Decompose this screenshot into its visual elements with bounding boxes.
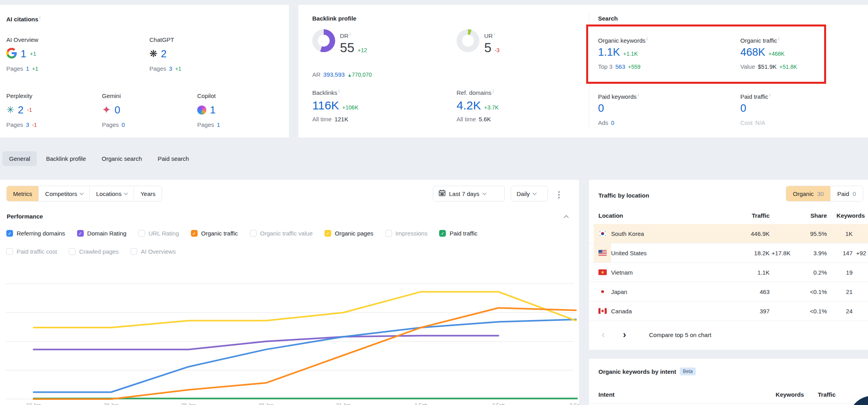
copilot-count[interactable]: 1 bbox=[210, 104, 215, 116]
perplexity-count[interactable]: 2 bbox=[18, 104, 23, 116]
pages-count-link[interactable]: 1 bbox=[217, 121, 220, 128]
collapse-chevron-up-icon[interactable] bbox=[564, 215, 569, 220]
ur-block: URi 5 -3 bbox=[484, 32, 500, 55]
paid-keywords-value-link[interactable]: 0 bbox=[598, 102, 604, 115]
ref-domains-block: Ref. domainsi 4.2K +3.7K All time 5.6K bbox=[457, 89, 499, 122]
backlinks-value-link[interactable]: 116K bbox=[312, 99, 339, 112]
backlinks-block: Backlinksi 116K +106K All time 121K bbox=[312, 89, 359, 122]
next-page-icon[interactable]: › bbox=[623, 330, 626, 339]
keywords-count-link[interactable]: 21 bbox=[846, 288, 853, 295]
location-row-canada[interactable]: Canada 397 <0.1% 24 bbox=[589, 301, 868, 321]
checkbox-organic-traffic[interactable]: ✓Organic traffic bbox=[191, 230, 238, 237]
info-icon[interactable]: i bbox=[350, 32, 351, 36]
location-row-japan[interactable]: Japan 463 <0.1% 21 bbox=[589, 282, 868, 301]
pages-count-link[interactable]: 0 bbox=[122, 121, 125, 128]
checkbox-domain-rating[interactable]: ✓Domain Rating bbox=[77, 230, 126, 237]
checkbox-paid-traffic-cost[interactable]: Paid traffic cost bbox=[6, 248, 57, 255]
prev-page-icon[interactable]: ‹ bbox=[602, 330, 605, 339]
locations-dropdown[interactable]: Locations bbox=[89, 186, 134, 201]
backlink-profile-title: Backlink profile bbox=[312, 15, 357, 22]
checkbox-referring-domains[interactable]: ✓Referring domains bbox=[6, 230, 65, 237]
location-row-united-states[interactable]: United States 18.2K +17.8K 3.9% 147 +92 bbox=[589, 243, 868, 263]
granularity-dropdown[interactable]: Daily bbox=[511, 186, 548, 202]
pages-count-link[interactable]: 3 bbox=[26, 121, 29, 128]
tab-backlink-profile[interactable]: Backlink profile bbox=[39, 151, 92, 166]
checkbox-ai-overviews[interactable]: AI Overviews bbox=[130, 248, 175, 255]
tab-organic-search[interactable]: Organic search bbox=[95, 151, 149, 166]
pages-count-link[interactable]: 3 bbox=[169, 65, 172, 72]
united-states-flag-icon bbox=[598, 250, 607, 256]
ai-overview-delta: +1 bbox=[30, 51, 36, 57]
performance-title: Performance bbox=[7, 213, 43, 220]
checkbox-url-rating[interactable]: URL Rating bbox=[138, 230, 179, 237]
location-table-header: Location Traffic Share Keywords bbox=[589, 209, 868, 224]
years-button[interactable]: Years bbox=[134, 186, 162, 201]
metrics-button[interactable]: Metrics bbox=[7, 186, 38, 201]
info-icon[interactable]: i bbox=[494, 32, 495, 36]
info-icon[interactable]: i bbox=[492, 89, 493, 93]
top3-link[interactable]: 563 bbox=[615, 63, 625, 70]
organic-keywords-value-link[interactable]: 1.1K bbox=[598, 46, 620, 58]
chevron-down-icon bbox=[482, 191, 486, 195]
svg-text:27 Jan: 27 Jan bbox=[26, 403, 41, 405]
ai-citations-card: AI citationsi AI Overview 1 +1 Pages bbox=[0, 5, 289, 138]
info-icon[interactable]: i bbox=[40, 15, 40, 20]
ref-domains-value-link[interactable]: 4.2K bbox=[457, 99, 481, 112]
checkbox-impressions[interactable]: Impressions bbox=[385, 230, 428, 237]
location-row-south-korea[interactable]: South Korea 446.9K 95.5% 1K bbox=[589, 224, 868, 243]
pages-count-link[interactable]: 1 bbox=[26, 65, 29, 72]
keywords-count-link[interactable]: 1K bbox=[845, 230, 853, 237]
tab-paid-search[interactable]: Paid search bbox=[151, 151, 196, 166]
ai-overview-count[interactable]: 1 bbox=[21, 48, 26, 60]
organic-paid-toggle: Organic 30 Paid 0 bbox=[786, 186, 863, 202]
ads-count-link[interactable]: 0 bbox=[611, 119, 614, 126]
perplexity-delta: -1 bbox=[27, 107, 32, 113]
perplexity-logo-icon: ✳ bbox=[6, 105, 14, 115]
compare-top5-label[interactable]: Compare top 5 on chart bbox=[649, 332, 711, 338]
chevron-down-icon bbox=[80, 191, 84, 195]
date-range-dropdown[interactable]: Last 7 days bbox=[433, 186, 505, 202]
ar-rank-link[interactable]: 393,593 bbox=[323, 71, 345, 78]
backlink-search-card: Backlink profile DRi 55 +12 AR 393,593 ▲… bbox=[298, 5, 868, 138]
checkbox-organic-pages[interactable]: ✓Organic pages bbox=[325, 230, 374, 237]
keywords-count-link[interactable]: 24 bbox=[846, 308, 853, 315]
keywords-count-link[interactable]: 147 bbox=[843, 250, 853, 256]
info-icon[interactable]: i bbox=[638, 92, 639, 97]
dr-value: 55 bbox=[340, 40, 355, 55]
gemini-logo-icon: ✦ bbox=[102, 105, 111, 115]
info-icon[interactable]: i bbox=[647, 36, 647, 41]
organic-traffic-value-link[interactable]: 468K bbox=[740, 46, 765, 58]
filter-segments: Metrics Competitors Locations Years bbox=[6, 186, 162, 202]
keywords-count-link[interactable]: 19 bbox=[846, 269, 853, 276]
competitors-dropdown[interactable]: Competitors bbox=[38, 186, 89, 201]
gemini-count[interactable]: 0 bbox=[115, 104, 120, 116]
provider-chatgpt: ChatGPT ❋ 2 Pages 3 +1 bbox=[149, 36, 181, 72]
checkbox-crawled-pages[interactable]: Crawled pages bbox=[69, 248, 119, 255]
checkbox-organic-traffic-value[interactable]: Organic traffic value bbox=[250, 230, 313, 237]
toggle-organic[interactable]: Organic 30 bbox=[786, 186, 830, 201]
provider-ai-overview: AI Overview 1 +1 Pages 1 +1 bbox=[6, 36, 38, 72]
info-icon[interactable]: i bbox=[778, 36, 779, 41]
ur-value: 5 bbox=[484, 40, 491, 55]
performance-chart[interactable]: 27 Jan28 Jan29 Jan30 Jan31 Jan1 Feb2 Feb… bbox=[0, 261, 579, 405]
info-icon[interactable]: i bbox=[338, 89, 339, 93]
svg-text:29 Jan: 29 Jan bbox=[181, 403, 196, 405]
checkbox-empty bbox=[130, 248, 137, 255]
more-options-kebab-icon[interactable] bbox=[556, 189, 562, 201]
checkbox-paid-traffic[interactable]: ✓Paid traffic bbox=[439, 230, 477, 237]
svg-text:2 Feb: 2 Feb bbox=[492, 403, 505, 405]
info-icon[interactable]: i bbox=[770, 92, 770, 97]
checkbox-empty bbox=[385, 230, 392, 237]
check-icon: ✓ bbox=[325, 230, 331, 237]
chatgpt-count[interactable]: 2 bbox=[161, 48, 166, 60]
organic-traffic-block: Organic traffici 468K +468K Value $51.9K… bbox=[740, 36, 797, 70]
location-row-vietnam[interactable]: Vietnam 1.1K 0.2% 19 bbox=[589, 263, 868, 282]
toggle-paid[interactable]: Paid 0 bbox=[830, 186, 862, 201]
paid-traffic-value-link[interactable]: 0 bbox=[740, 102, 746, 115]
tab-general[interactable]: General bbox=[2, 151, 37, 166]
copilot-logo-icon bbox=[197, 105, 206, 115]
check-icon: ✓ bbox=[6, 230, 13, 237]
south-korea-flag-icon bbox=[598, 231, 607, 237]
provider-copilot: Copilot 1 Pages 1 bbox=[197, 92, 220, 128]
ar-row: AR 393,593 ▲770,070 bbox=[312, 71, 372, 78]
